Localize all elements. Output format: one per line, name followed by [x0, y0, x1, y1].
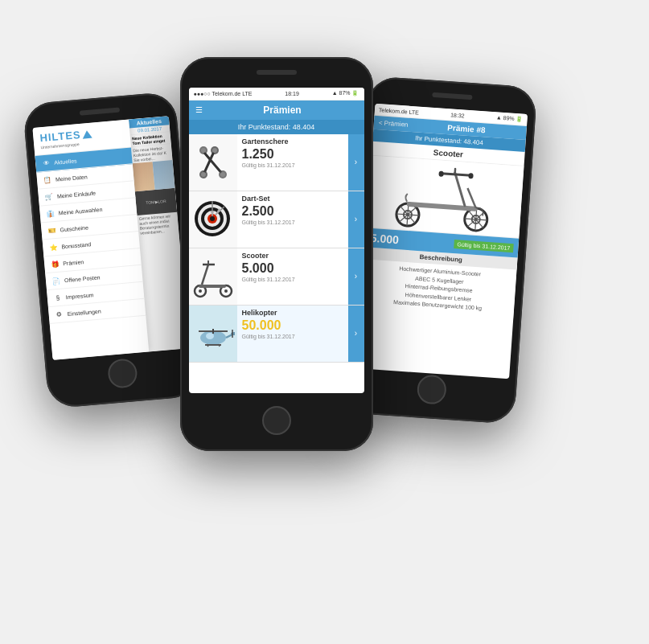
- phone-3: Telekom.de LTE 18:32 ▲ 89% 🔋 < Prämien P…: [345, 76, 537, 425]
- svg-line-53: [452, 172, 466, 205]
- svg-point-1: [201, 148, 206, 153]
- item2-validity: Gültig bis 31.12.2017: [242, 219, 343, 225]
- menu-label-meineauswahlen: Meine Auswahlen: [58, 206, 102, 215]
- scooter-detail-icon: [390, 158, 499, 234]
- praemien-icon: 🎁: [50, 259, 59, 268]
- phone2-battery: ▲ 87% 🔋: [332, 90, 359, 96]
- svg-point-21: [199, 289, 202, 293]
- phone3-time: 18:32: [450, 111, 464, 117]
- scissors-icon: [193, 140, 233, 184]
- menu-sidebar: HILTES Unternehmensgruppe 👁 Aktuelles 📋 …: [32, 119, 149, 359]
- item4-image: [189, 306, 237, 362]
- menu-label-einstellungen: Einstellungen: [67, 307, 101, 316]
- svg-point-6: [212, 148, 217, 153]
- list-item[interactable]: Dart-Set 2.500 Gültig bis 31.12.2017 ›: [189, 191, 364, 248]
- svg-line-25: [202, 265, 208, 285]
- item2-points: 2.500: [242, 205, 343, 218]
- hiltes-triangle-icon: [82, 129, 92, 138]
- phone2-time: 18:19: [285, 91, 299, 96]
- praemien-list: Gartenschere 1.250 Gültig bis 31.12.2017…: [189, 134, 364, 363]
- hamburger-icon[interactable]: ☰: [195, 105, 203, 114]
- svg-rect-57: [468, 173, 473, 178]
- item4-info: Helikopter 50.000 Gültig bis 31.12.2017: [237, 306, 348, 362]
- phone1-video-label: TOM▶LOR: [146, 198, 166, 204]
- phone1-screen: HILTES Unternehmensgruppe 👁 Aktuelles 📋 …: [32, 116, 189, 360]
- phone3-home-button[interactable]: [416, 374, 446, 404]
- menu-label-gutscheine: Gutscheine: [60, 224, 88, 232]
- phone2-home-button[interactable]: [262, 406, 291, 435]
- menu-label-aktuelles: Aktuelles: [53, 157, 76, 164]
- svg-point-37: [206, 333, 214, 339]
- phone1-images: [132, 159, 175, 191]
- phone1-home-button[interactable]: [106, 357, 138, 388]
- scene: HILTES Unternehmensgruppe 👁 Aktuelles 📋 …: [19, 33, 631, 612]
- phone2-app-header: ☰ Prämien: [189, 100, 364, 120]
- svg-point-23: [224, 289, 228, 293]
- phone2-header-title: Prämien: [207, 105, 358, 116]
- item3-image: [189, 248, 237, 305]
- item3-points: 5.000: [242, 262, 343, 275]
- phone3-points: 5.000: [370, 231, 399, 245]
- item1-arrow[interactable]: ›: [348, 134, 364, 191]
- item3-info: Scooter 5.000 Gültig bis 31.12.2017: [237, 248, 348, 305]
- aktuelles-icon: 👁: [41, 158, 50, 167]
- back-button[interactable]: < Prämien: [378, 119, 408, 129]
- svg-rect-24: [199, 285, 226, 288]
- item4-name: Helikopter: [242, 309, 343, 317]
- phone3-screen: Telekom.de LTE 18:32 ▲ 89% 🔋 < Prämien P…: [356, 103, 528, 378]
- item1-image: [189, 134, 237, 191]
- item1-points: 1.250: [242, 148, 343, 161]
- phone-2: ●●●○○ Telekom.de LTE 18:19 ▲ 87% 🔋 ☰ Prä…: [180, 57, 373, 451]
- meineauswahlen-icon: 👔: [46, 209, 55, 218]
- einstellungen-icon: ⚙: [55, 310, 64, 318]
- item2-name: Dart-Set: [242, 195, 343, 203]
- svg-line-36: [219, 344, 220, 347]
- menu-label-bonusstand: Bonusstand: [61, 240, 91, 248]
- svg-point-15: [210, 216, 215, 221]
- phone-1: HILTES Unternehmensgruppe 👁 Aktuelles 📋 …: [22, 91, 200, 408]
- menu-label-impressum: Impressum: [65, 291, 93, 299]
- phone3-item-image: [366, 155, 524, 238]
- svg-rect-32: [212, 329, 214, 334]
- item3-arrow[interactable]: ›: [348, 248, 364, 305]
- phone3-speaker: [432, 92, 472, 99]
- phone2-punktestand: Ihr Punktestand: 48.404: [189, 120, 364, 134]
- gutscheine-icon: 🎫: [47, 225, 56, 234]
- menu-label-offeneposten: Offene Posten: [64, 273, 100, 282]
- phone3-desc-text: Hochwertiger Aluminium-Scooter ABEC 5 Ku…: [360, 259, 516, 318]
- phone3-carrier: Telekom.de LTE: [378, 106, 418, 114]
- helicopter-icon: [191, 314, 235, 354]
- item2-arrow[interactable]: ›: [348, 191, 364, 248]
- phone2-status-bar: ●●●○○ Telekom.de LTE 18:19 ▲ 87% 🔋: [189, 88, 364, 100]
- item2-info: Dart-Set 2.500 Gültig bis 31.12.2017: [237, 191, 348, 248]
- item3-validity: Gültig bis 31.12.2017: [242, 277, 343, 282]
- svg-rect-56: [438, 170, 443, 176]
- svg-point-4: [220, 172, 225, 177]
- dartboard-icon: [191, 197, 235, 241]
- phone1-img-fashion1: [132, 162, 154, 191]
- item2-image: [189, 191, 237, 248]
- item4-arrow[interactable]: ›: [348, 306, 364, 362]
- item4-points: 50.000: [242, 319, 343, 332]
- phone3-validity: Gültig bis 31.12.2017: [454, 239, 514, 252]
- list-item[interactable]: Helikopter 50.000 Gültig bis 31.12.2017 …: [189, 306, 364, 363]
- list-item[interactable]: Gartenschere 1.250 Gültig bis 31.12.2017…: [189, 134, 364, 191]
- scooter-small-icon: [191, 252, 235, 301]
- phone3-description: Beschreibung Hochwertiger Aluminium-Scoo…: [360, 247, 517, 318]
- menu-label-praemien: Prämien: [62, 258, 84, 265]
- offeneposten-icon: 📄: [51, 276, 60, 285]
- phone1-img-fashion2: [152, 159, 175, 189]
- item1-info: Gartenschere 1.250 Gültig bis 31.12.2017: [237, 134, 348, 191]
- svg-point-9: [201, 172, 206, 177]
- item3-name: Scooter: [242, 252, 343, 260]
- phone2-carrier: ●●●○○ Telekom.de LTE: [194, 91, 253, 96]
- bonusstand-icon: ⭐: [48, 242, 57, 251]
- impressum-icon: §: [53, 293, 62, 301]
- phone2-speaker: [257, 70, 297, 75]
- item4-validity: Gültig bis 31.12.2017: [242, 334, 343, 339]
- menu-label-meineeinkaeufe: Meine Einkäufe: [56, 189, 96, 198]
- phone2-screen: ●●●○○ Telekom.de LTE 18:19 ▲ 87% 🔋 ☰ Prä…: [189, 88, 364, 393]
- svg-line-58: [466, 188, 477, 208]
- menu-label-meinedaten: Meine Daten: [55, 173, 87, 181]
- list-item[interactable]: Scooter 5.000 Gültig bis 31.12.2017 ›: [189, 248, 364, 306]
